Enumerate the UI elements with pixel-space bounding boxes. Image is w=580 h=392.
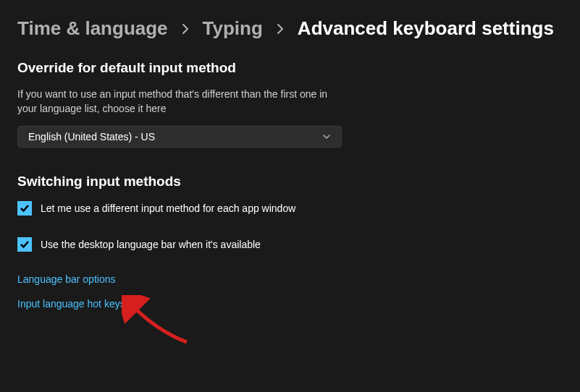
- input-hotkeys-link[interactable]: Input language hot keys: [17, 298, 563, 310]
- language-bar-options-link[interactable]: Language bar options: [17, 273, 563, 285]
- checkbox-per-app-label[interactable]: Let me use a different input method for …: [41, 203, 295, 214]
- breadcrumb-advanced-keyboard: Advanced keyboard settings: [298, 17, 554, 40]
- override-section-title: Override for default input method: [17, 60, 563, 76]
- breadcrumb-time-language[interactable]: Time & language: [17, 17, 168, 40]
- checkbox-row-language-bar: Use the desktop language bar when it's a…: [17, 237, 563, 252]
- breadcrumb: Time & language Typing Advanced keyboard…: [17, 17, 563, 40]
- input-method-select-wrapper: English (United States) - US: [17, 126, 342, 148]
- checkbox-row-per-app: Let me use a different input method for …: [17, 201, 563, 216]
- checkbox-language-bar[interactable]: [17, 237, 32, 252]
- chevron-right-icon: [180, 23, 191, 35]
- checkbox-per-app[interactable]: [17, 201, 32, 216]
- switching-section-title: Switching input methods: [17, 174, 563, 189]
- override-section-desc: If you want to use an input method that'…: [17, 88, 336, 116]
- chevron-down-icon: [322, 132, 331, 141]
- breadcrumb-typing[interactable]: Typing: [203, 17, 263, 40]
- checkbox-language-bar-label[interactable]: Use the desktop language bar when it's a…: [41, 239, 261, 250]
- chevron-right-icon: [274, 23, 286, 35]
- input-method-select[interactable]: English (United States) - US: [17, 126, 342, 148]
- input-method-selected-value: English (United States) - US: [28, 131, 155, 142]
